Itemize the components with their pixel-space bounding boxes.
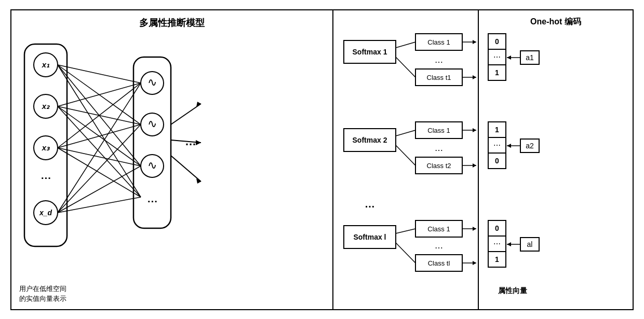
svg-text:x₃: x₃ [42, 143, 50, 152]
svg-text:x₂: x₂ [42, 102, 50, 110]
bottom-label: 用户在低维空间 的实值向量表示 [19, 284, 66, 304]
svg-text:al: al [527, 240, 533, 248]
svg-text:a1: a1 [526, 53, 534, 62]
svg-marker-110 [507, 242, 511, 246]
svg-text:0: 0 [495, 37, 499, 46]
svg-text:⋯: ⋯ [435, 146, 443, 155]
svg-text:⋯: ⋯ [493, 53, 501, 61]
svg-text:1: 1 [495, 255, 499, 263]
svg-text:Class t1: Class t1 [427, 74, 451, 81]
svg-text:Softmax l: Softmax l [353, 233, 386, 241]
svg-text:…: … [365, 198, 375, 210]
svg-line-57 [396, 130, 415, 136]
svg-marker-90 [507, 56, 511, 60]
svg-text:Class 1: Class 1 [427, 225, 450, 233]
svg-marker-38 [196, 140, 201, 145]
svg-marker-80 [473, 261, 476, 265]
svg-text:a2: a2 [526, 142, 534, 150]
softmax-svg: Softmax 1 Class 1 ⋯ Class t1 [333, 10, 478, 309]
svg-text:∿: ∿ [147, 117, 157, 130]
svg-text:Softmax 1: Softmax 1 [353, 48, 387, 56]
svg-text:Softmax 2: Softmax 2 [353, 136, 387, 144]
svg-line-39 [171, 156, 201, 182]
svg-line-25 [58, 106, 141, 197]
svg-text:⋯: ⋯ [493, 240, 501, 248]
svg-text:⋯: ⋯ [435, 58, 443, 66]
svg-text:⋯: ⋯ [41, 172, 51, 184]
svg-text:0: 0 [495, 157, 499, 165]
svg-text:Class 1: Class 1 [427, 127, 450, 134]
svg-text:∿: ∿ [147, 159, 157, 172]
svg-line-48 [396, 42, 415, 48]
svg-marker-76 [473, 163, 476, 168]
svg-line-35 [171, 104, 201, 124]
svg-line-49 [396, 57, 415, 77]
softmax-section: Softmax 1 Class 1 ⋯ Class t1 [333, 10, 479, 309]
svg-line-67 [396, 229, 415, 233]
svg-text:∿: ∿ [147, 76, 157, 89]
svg-marker-78 [473, 227, 476, 231]
svg-marker-100 [507, 144, 511, 148]
svg-text:⋯: ⋯ [147, 196, 157, 207]
section-title: 多属性推断模型 [11, 10, 332, 33]
left-section: 多属性推断模型 x₁ x₂ x₃ ⋯ x_d [11, 10, 333, 309]
main-container: 多属性推断模型 x₁ x₂ x₃ ⋯ x_d [10, 9, 634, 310]
svg-text:x_d: x_d [39, 209, 52, 217]
svg-marker-72 [473, 75, 476, 79]
svg-line-58 [396, 145, 415, 165]
nn-svg: x₁ x₂ x₃ ⋯ x_d ∿ [11, 36, 332, 281]
svg-text:Class tl: Class tl [428, 259, 450, 267]
svg-marker-74 [473, 128, 476, 132]
onehot-section: One-hot 编码 0 ⋯ 1 a1 [479, 10, 633, 309]
svg-line-21 [58, 65, 141, 197]
svg-text:Class t2: Class t2 [427, 162, 451, 170]
svg-line-68 [396, 243, 415, 263]
svg-text:1: 1 [495, 68, 499, 77]
right-section: Softmax 1 Class 1 ⋯ Class t1 [333, 10, 633, 309]
svg-text:⋯: ⋯ [493, 141, 501, 149]
svg-marker-70 [473, 40, 476, 44]
svg-text:0: 0 [495, 224, 499, 232]
svg-line-27 [58, 124, 141, 148]
svg-text:⋯: ⋯ [435, 243, 443, 252]
svg-text:Class 1: Class 1 [427, 38, 450, 46]
svg-text:1: 1 [495, 126, 499, 134]
svg-text:x₁: x₁ [42, 60, 50, 69]
onehot-svg: 0 ⋯ 1 a1 1 ⋯ [479, 10, 633, 309]
svg-text:属性向量: 属性向量 [498, 286, 527, 295]
